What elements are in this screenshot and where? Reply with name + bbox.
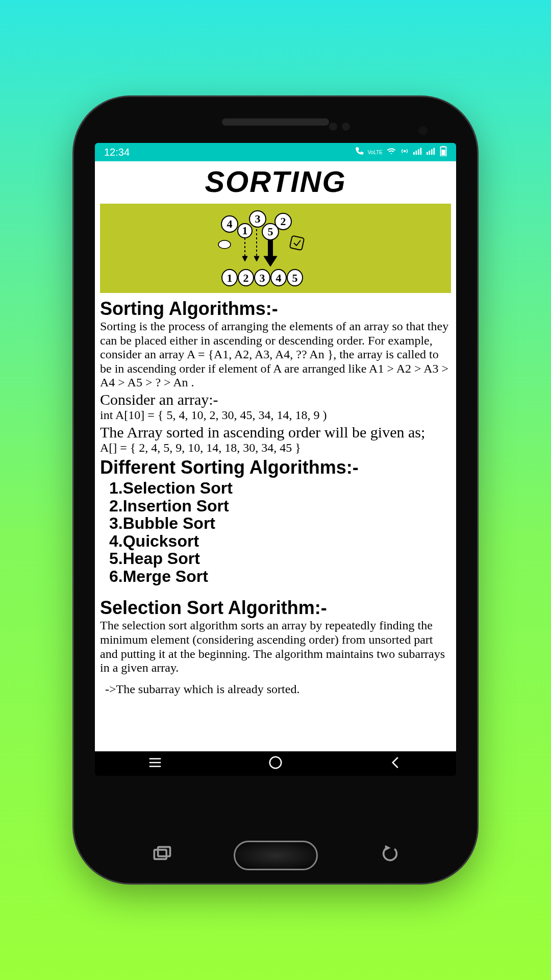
svg-marker-46	[385, 845, 390, 851]
hardware-buttons	[74, 841, 477, 870]
heading-selection-sort: Selection Sort Algorithm:-	[100, 597, 451, 619]
sorted-group: 1 2 3 4 5	[222, 270, 303, 286]
call-icon	[355, 146, 364, 158]
hw-home-button[interactable]	[234, 841, 318, 870]
svg-text:3: 3	[260, 272, 265, 284]
svg-rect-4	[420, 148, 422, 155]
list-item: 5.Heap Sort	[109, 550, 451, 568]
svg-marker-25	[242, 256, 247, 261]
hw-recent-icon[interactable]	[151, 843, 173, 868]
phone-frame: 12:34 VoLTE	[74, 97, 477, 883]
svg-text:2: 2	[243, 272, 249, 284]
list-item: 4.Quicksort	[109, 532, 451, 550]
heading-different-algorithms: Different Sorting Algorithms:-	[100, 457, 451, 478]
svg-rect-45	[158, 847, 170, 856]
wifi-icon	[387, 146, 396, 158]
signal-icon	[427, 147, 436, 158]
status-bar: 12:34 VoLTE	[95, 143, 456, 161]
bullet-line: ->The subarray which is already sorted.	[100, 682, 451, 697]
signal-icon	[413, 147, 422, 158]
list-item: 6.Merge Sort	[109, 568, 451, 585]
heading-sorting-algorithms: Sorting Algorithms:-	[100, 298, 451, 320]
sorting-illustration: 4 1 3 5 2	[100, 204, 451, 293]
sensor-dot	[329, 122, 337, 131]
svg-rect-6	[429, 151, 431, 155]
svg-rect-2	[416, 151, 417, 155]
hotspot-icon	[400, 146, 409, 158]
svg-rect-1	[413, 152, 415, 154]
svg-rect-8	[434, 148, 435, 155]
algorithm-list: 1.Selection Sort 2.Insertion Sort 3.Bubb…	[100, 478, 451, 590]
front-camera	[417, 125, 429, 136]
svg-point-0	[404, 150, 406, 152]
android-nav-bar	[95, 751, 456, 776]
hw-back-icon[interactable]	[379, 843, 401, 868]
svg-rect-7	[431, 149, 433, 155]
code-line: A[] = { 2, 4, 5, 9, 10, 14, 18, 30, 34, …	[100, 441, 451, 455]
sensor-dot	[342, 122, 350, 131]
svg-text:5: 5	[292, 272, 298, 284]
battery-icon	[440, 146, 447, 159]
volte-icon: VoLTE	[368, 150, 383, 155]
recent-apps-button[interactable]	[147, 755, 163, 772]
svg-text:1: 1	[242, 224, 248, 237]
svg-rect-44	[154, 850, 166, 859]
heading-consider-array: Consider an array:-	[100, 391, 451, 408]
paragraph: Sorting is the process of arranging the …	[100, 320, 451, 390]
status-time: 12:34	[104, 146, 130, 158]
paragraph: The selection sort algorithm sorts an ar…	[100, 619, 451, 675]
list-item: 1.Selection Sort	[109, 479, 451, 497]
svg-marker-29	[264, 256, 277, 266]
code-line: int A[10] = { 5, 4, 10, 2, 30, 45, 34, 1…	[100, 408, 451, 423]
svg-marker-27	[254, 256, 259, 261]
back-button[interactable]	[388, 755, 404, 772]
status-icons: VoLTE	[355, 146, 447, 159]
svg-text:4: 4	[227, 217, 233, 230]
list-item: 2.Insertion Sort	[109, 497, 451, 515]
unsorted-group: 4 1 3 5 2	[221, 211, 291, 240]
svg-text:4: 4	[276, 272, 282, 284]
svg-rect-23	[290, 236, 304, 250]
svg-text:2: 2	[281, 215, 286, 228]
svg-text:1: 1	[227, 272, 233, 284]
heading-ascending: The Array sorted in ascending order will…	[100, 424, 451, 441]
svg-rect-3	[418, 149, 419, 155]
earpiece	[222, 118, 329, 126]
svg-text:5: 5	[268, 225, 273, 238]
list-item: 3.Bubble Sort	[109, 514, 451, 532]
page-title: SORTING	[95, 164, 456, 199]
svg-point-22	[218, 240, 231, 249]
home-button[interactable]	[268, 755, 283, 772]
screen: 12:34 VoLTE	[95, 143, 456, 776]
svg-text:3: 3	[255, 212, 261, 225]
svg-point-43	[270, 757, 282, 769]
article-scroll[interactable]: SORTING 4 1 3 5 2	[95, 161, 456, 751]
svg-rect-5	[427, 152, 428, 154]
svg-rect-11	[441, 150, 445, 155]
